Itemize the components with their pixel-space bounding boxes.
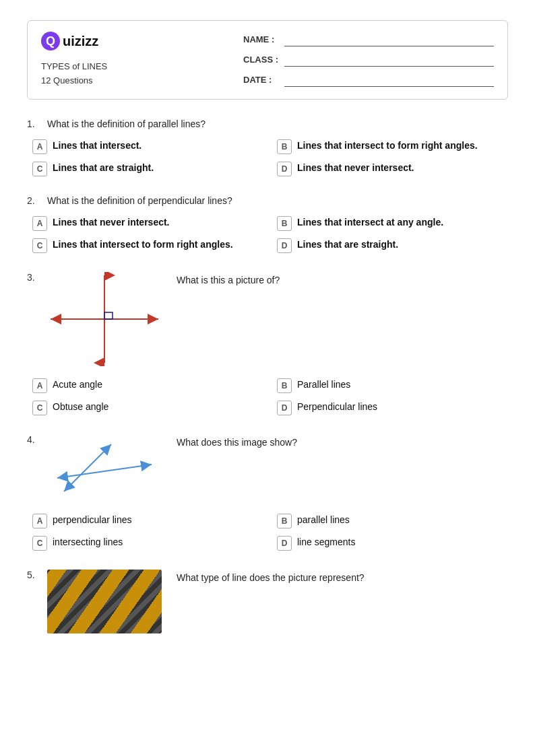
q4-option-a[interactable]: A perpendicular lines [32,513,263,528]
q3-option-d[interactable]: D Perpendicular lines [277,400,508,415]
q1-text-b: Lines that intersect to form right angle… [297,139,478,153]
q1-letter-a: A [32,139,47,154]
q1-option-c[interactable]: C Lines that are straight. [32,161,263,176]
date-line [284,73,494,87]
worksheet-title: TYPES of LINES [41,60,243,74]
class-label: CLASS : [243,55,280,65]
q4-text-b: parallel lines [297,513,350,527]
perpendicular-lines-image [47,272,162,366]
class-line [284,53,494,67]
logo-icon: Q [41,32,60,50]
date-label: DATE : [243,75,280,85]
q2-letter-a: A [32,216,47,231]
q4-with-num: 4. [27,434,508,513]
q3-text-a: Acute angle [53,378,102,392]
q2-text-d: Lines that are straight. [297,238,398,252]
q2-text: What is the definition of perpendicular … [47,195,508,206]
svg-rect-6 [104,312,113,319]
q4-option-c[interactable]: C intersecting lines [32,535,263,551]
photo-diagonal-overlay [47,570,162,633]
q1-num: 1. [27,118,42,129]
q5-image-row: What type of line does the picture repre… [47,570,365,633]
intersecting-lines-image [47,434,162,502]
q1-option-a[interactable]: A Lines that intersect. [32,139,263,154]
q1-option-b[interactable]: B Lines that intersect to form right ang… [277,139,508,154]
svg-line-11 [64,444,111,491]
q1-options: A Lines that intersect. B Lines that int… [32,139,508,176]
q4-image-box [47,434,168,504]
q5-num: 5. [27,570,42,580]
q2-option-c[interactable]: C Lines that intersect to form right ang… [32,238,263,253]
logo: Q uizizz [41,32,243,50]
svg-line-12 [57,465,152,478]
q1-letter-c: C [32,162,47,176]
q4-option-b[interactable]: B parallel lines [277,513,508,528]
q3-question-text: What is this a picture of? [177,272,280,285]
q1-letter-b: B [277,139,292,154]
q4-text-c: intersecting lines [53,535,123,549]
q5-image-box [47,570,168,633]
q4-num: 4. [27,434,42,445]
q3-option-c[interactable]: C Obtuse angle [32,400,263,415]
q4-letter-b: B [277,514,292,528]
class-row: CLASS : [243,53,494,67]
q2-options: A Lines that never intersect. B Lines th… [32,215,508,253]
q3-letter-c: C [32,401,47,415]
q3-option-a[interactable]: A Acute angle [32,378,263,393]
q3-text-c: Obtuse angle [53,400,108,414]
q4-option-d[interactable]: D line segments [277,535,508,551]
q2-num: 2. [27,195,42,206]
q1-line: 1. What is the definition of parallel li… [27,118,508,129]
q3-with-num: 3. [27,272,508,378]
q3-options: A Acute angle B Parallel lines C Obtuse … [32,378,508,415]
q1-letter-d: D [277,162,292,176]
question-2: 2. What is the definition of perpendicul… [27,195,508,253]
header-subtitle: TYPES of LINES 12 Questions [41,60,243,88]
q2-text-c: Lines that intersect to form right angle… [53,238,233,252]
q1-text-a: Lines that intersect. [53,139,141,153]
q3-option-b[interactable]: B Parallel lines [277,378,508,393]
question-5: 5. What type of line does the picture re… [27,570,508,643]
q1-text: What is the definition of parallel lines… [47,118,508,129]
q2-option-d[interactable]: D Lines that are straight. [277,238,508,253]
name-line [284,33,494,46]
q5-question-text: What type of line does the picture repre… [177,570,365,583]
q4-letter-c: C [32,536,47,551]
name-label: NAME : [243,34,280,44]
q3-num: 3. [27,272,42,283]
q4-letter-d: D [277,536,292,551]
q2-letter-c: C [32,238,47,253]
q2-text-b: Lines that intersect at any angle. [297,215,443,230]
q4-letter-a: A [32,514,47,528]
q3-letter-b: B [277,378,292,393]
q2-text-a: Lines that never intersect. [53,215,170,230]
header-left: Q uizizz TYPES of LINES 12 Questions [41,32,243,88]
header-box: Q uizizz TYPES of LINES 12 Questions NAM… [27,20,508,100]
q3-text-b: Parallel lines [297,378,350,392]
q4-text-d: line segments [297,535,355,549]
q3-letter-a: A [32,378,47,393]
question-3: 3. [27,272,508,415]
name-row: NAME : [243,33,494,46]
q4-question-text: What does this image show? [177,434,297,448]
q3-text-d: Perpendicular lines [297,400,377,414]
q1-text-d: Lines that never intersect. [297,161,414,175]
q1-text-c: Lines that are straight. [53,161,154,175]
q2-option-b[interactable]: B Lines that intersect at any angle. [277,215,508,231]
parallel-lines-photo [47,570,162,633]
q1-option-d[interactable]: D Lines that never intersect. [277,161,508,176]
date-row: DATE : [243,73,494,87]
logo-text: uizizz [63,34,98,49]
q3-image-row: What is this a picture of? [47,272,280,368]
q2-option-a[interactable]: A Lines that never intersect. [32,215,263,231]
q4-image-row: What does this image show? [47,434,297,504]
question-4: 4. [27,434,508,551]
header-right: NAME : CLASS : DATE : [243,32,494,88]
q4-text-a: perpendicular lines [53,513,132,527]
q5-with-num: 5. What type of line does the picture re… [27,570,508,643]
q2-line: 2. What is the definition of perpendicul… [27,195,508,206]
q2-letter-b: B [277,216,292,231]
q4-options: A perpendicular lines B parallel lines C… [32,513,508,551]
q2-letter-d: D [277,238,292,253]
question-count: 12 Questions [41,74,243,88]
